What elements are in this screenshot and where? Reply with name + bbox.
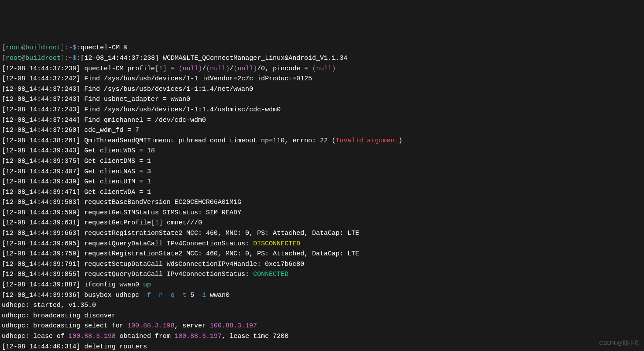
timestamp: 12-08_14:44:37:238 <box>84 55 155 62</box>
timestamp: 12-08_14:44:37:243 <box>6 106 76 114</box>
timestamp: 12-08_14:44:39:936 <box>6 292 76 299</box>
ip-address: 100.88.3.197 <box>175 333 222 340</box>
bracket: [ <box>80 55 84 62</box>
flag: -n <box>155 292 163 299</box>
log-text: requestSetupDataCall WdsConnectionIPv4Ha… <box>80 261 304 268</box>
timestamp: 12-08_14:44:39:663 <box>6 230 76 237</box>
prompt-user: root <box>6 55 21 62</box>
log-line: [12-08_14:44:39:695] requestQueryDataCal… <box>2 240 300 248</box>
at: @ <box>21 44 25 52</box>
timestamp: 12-08_14:44:39:439 <box>6 178 76 186</box>
timestamp: 12-08_14:44:39:375 <box>6 158 76 165</box>
log-text: Get clientUIM = 1 <box>80 178 151 186</box>
null-value: null <box>316 65 332 72</box>
udhcpc-line: udhcpc: broadcasting select for 100.88.3… <box>2 322 257 330</box>
watermark: CSDN @顾小豆 <box>599 338 640 348</box>
log-line: [12-08_14:44:40:314] deleting routers <box>2 343 147 351</box>
timestamp: 12-08_14:44:37:244 <box>6 117 76 124</box>
log-text: cdc_wdm_fd = 7 <box>80 127 139 134</box>
flag: -f <box>143 292 151 299</box>
ip-address: 100.88.3.198 <box>69 333 116 340</box>
null-value: null <box>237 65 253 72</box>
log-text: Get clientWDS = 18 <box>80 147 155 155</box>
at: @ <box>21 55 25 62</box>
log-text: Get clientNAS = 3 <box>80 168 151 176</box>
timestamp: 12-08_14:44:39:695 <box>6 240 76 248</box>
status-connected: CONNECTED <box>253 271 288 278</box>
log-line: [12-08_14:44:37:243] Find /sys/bus/usb/d… <box>2 106 281 114</box>
null-value: null <box>210 65 226 72</box>
log-line: [12-08_14:44:39:375] Get clientDMS = 1 <box>2 158 151 165</box>
timestamp: 12-08_14:44:37:239 <box>6 65 76 72</box>
bracket: ] <box>155 55 159 62</box>
log-line: [12-08_14:44:37:260] cdc_wdm_fd = 7 <box>2 127 139 134</box>
timestamp: 12-08_14:44:37:260 <box>6 127 76 134</box>
tilde: ~ <box>69 55 72 62</box>
log-text: QmiThreadSendQMITimeout pthread_cond_tim… <box>80 137 336 145</box>
log-line: [12-08_14:44:39:599] requestGetSIMStatus… <box>2 209 241 217</box>
prompt-user: root <box>6 44 21 52</box>
timestamp: 12-08_14:44:39:471 <box>6 189 76 196</box>
udhcpc-line: udhcpc: started, v1.35.0 <box>2 302 96 309</box>
ip-address: 100.88.3.197 <box>210 322 257 330</box>
log-text: Find /sys/bus/usb/devices/1-1 idVendor=2… <box>80 75 312 83</box>
ip-address: 100.88.3.198 <box>127 322 175 330</box>
log-line: [12-08_14:44:38:261] QmiThreadSendQMITim… <box>2 137 402 145</box>
timestamp: 12-08_14:44:39:759 <box>6 250 76 258</box>
log-line: [12-08_14:44:39:343] Get clientWDS = 18 <box>2 147 155 155</box>
timestamp: 12-08_14:44:39:407 <box>6 168 76 176</box>
log-text: Get clientDMS = 1 <box>80 158 151 165</box>
log-text: Find qmichannel = /dev/cdc-wdm0 <box>80 117 206 124</box>
dollar: $ <box>72 44 76 52</box>
up-keyword: up <box>143 281 151 289</box>
log-line: [12-08_14:44:39:439] Get clientUIM = 1 <box>2 178 151 186</box>
null-value: null <box>182 65 198 72</box>
index: 1 <box>159 65 163 72</box>
log-text: requestGetSIMStatus SIMStatus: SIM_READY <box>80 209 241 217</box>
timestamp: 12-08_14:44:39:503 <box>6 199 76 206</box>
tilde: ~ <box>69 44 72 52</box>
flag: -q <box>167 292 175 299</box>
timestamp: 12-08_14:44:39:343 <box>6 147 76 155</box>
log-line: [12-08_14:44:39:663] requestRegistration… <box>2 230 359 237</box>
log-text: Find /sys/bus/usb/devices/1-1:1.4/usbmis… <box>80 106 281 114</box>
terminal[interactable]: [root@buildroot]:~$:quectel-CM & [root@b… <box>2 43 642 351</box>
flag: -t <box>178 292 186 299</box>
log-text: requestGetProfile <box>80 219 151 227</box>
log-text: requestQueryDataCall IPv4ConnectionStatu… <box>80 240 253 248</box>
command: quectel-CM & <box>80 44 127 52</box>
log-line: [12-08_14:44:37:243] Find /sys/bus/usb/d… <box>2 86 253 93</box>
status-disconnected: DISCONNECTED <box>253 240 300 248</box>
log-line: [12-08_14:44:37:243] Find usbnet_adapter… <box>2 96 190 103</box>
log-line: [12-08_14:44:39:855] requestQueryDataCal… <box>2 271 288 278</box>
colon2: : <box>76 55 80 62</box>
log-text: requestRegistrationState2 MCC: 460, MNC:… <box>80 250 359 258</box>
timestamp: 12-08_14:44:39:855 <box>6 271 76 278</box>
log-line: [12-08_14:44:39:407] Get clientNAS = 3 <box>2 168 151 176</box>
log-line: [12-08_14:44:39:759] requestRegistration… <box>2 250 359 258</box>
log-line: [12-08_14:44:37:242] Find /sys/bus/usb/d… <box>2 75 312 83</box>
log-line: [12-08_14:44:39:503] requestBaseBandVers… <box>2 199 241 206</box>
log-text: requestRegistrationState2 MCC: 460, MNC:… <box>80 230 359 237</box>
log-text: WCDMA&LTE_QConnectManager_Linux&Android_… <box>159 55 347 62</box>
timestamp: 12-08_14:44:37:242 <box>6 75 76 83</box>
dollar: $ <box>72 55 76 62</box>
log-line: [12-08_14:44:37:244] Find qmichannel = /… <box>2 117 206 124</box>
index: 1 <box>155 219 159 227</box>
timestamp: 12-08_14:44:39:887 <box>6 281 76 289</box>
log-text: quectel-CM profile <box>80 65 155 72</box>
log-text: Find /sys/bus/usb/devices/1-1:1.4/net/ww… <box>80 86 253 93</box>
udhcpc-line: udhcpc: lease of 100.88.3.198 obtained f… <box>2 333 288 340</box>
log-text: requestQueryDataCall IPv4ConnectionStatu… <box>80 271 253 278</box>
log-line: [12-08_14:44:39:887] ifconfig wwan0 up <box>2 281 151 289</box>
log-line: [12-08_14:44:39:471] Get clientWDA = 1 <box>2 189 151 196</box>
prompt-host: buildroot <box>25 55 61 62</box>
log-text: requestBaseBandVersion EC20CEHCR06A01M1G <box>80 199 241 206</box>
log-text: deleting routers <box>80 343 147 351</box>
log-line: [12-08_14:44:39:631] requestGetProfile[1… <box>2 219 202 227</box>
prompt-line-2: [root@buildroot]:~$:[12-08_14:44:37:238]… <box>2 55 347 62</box>
timestamp: 12-08_14:44:38:261 <box>6 137 76 145</box>
colon: : <box>65 44 69 52</box>
timestamp: 12-08_14:44:40:314 <box>6 343 76 351</box>
prompt-host: buildroot <box>25 44 61 52</box>
